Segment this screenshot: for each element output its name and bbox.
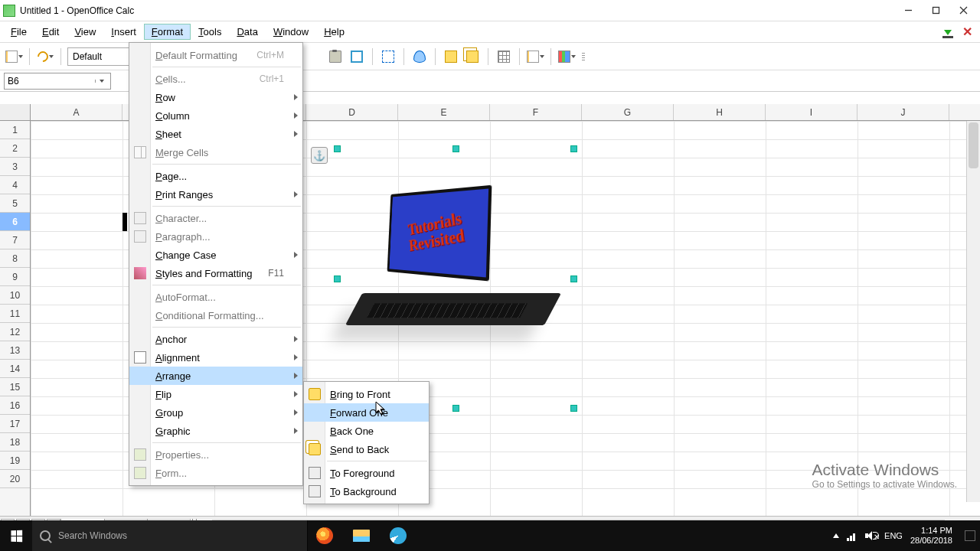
minimize-button[interactable] [894,2,922,20]
menu-item[interactable]: To Foreground [304,464,429,482]
maximize-button[interactable] [922,2,949,20]
menu-data[interactable]: Data [229,24,265,40]
tools-button[interactable] [36,47,54,66]
row-header[interactable]: 19 [0,452,30,470]
keyboard-lang[interactable]: ENG [884,531,903,540]
row-header[interactable]: 3 [0,158,30,176]
col-header[interactable]: H [674,104,766,120]
menu-window[interactable]: Window [266,24,316,40]
grid-button[interactable] [495,47,513,66]
menu-item[interactable]: Anchor [129,330,302,348]
row-header[interactable]: 2 [0,139,30,158]
row-header[interactable]: 8 [0,249,30,268]
select-all-corner[interactable] [0,104,31,120]
menu-item[interactable]: Change Case [129,246,302,264]
menu-item[interactable]: Styles and FormattingF11 [129,264,302,282]
windows-search[interactable]: Search Windows [32,520,308,551]
svg-rect-0 [933,8,939,14]
arrange-submenu[interactable]: Bring to FrontForward OneBack OneSend to… [303,381,430,504]
menu-item: Conditional Formatting... [129,306,302,324]
doc-button[interactable] [526,47,544,66]
bring-front-button[interactable] [442,47,460,66]
menu-item[interactable]: To Background [304,482,429,500]
menu-item[interactable]: Graphic [129,422,302,440]
format-menu-dropdown[interactable]: Default FormattingCtrl+MCells...Ctrl+1Ro… [129,42,303,486]
row-header[interactable]: 17 [0,415,30,433]
row-header[interactable]: 4 [0,176,30,194]
col-header[interactable]: D [306,104,398,120]
paste-button[interactable] [326,47,345,66]
chart-button[interactable] [557,47,576,66]
volume-icon[interactable]: ✕ [865,531,877,540]
menu-item: Merge Cells [129,143,302,161]
row-headers[interactable]: 1234567891011121314151617181920 [0,121,31,516]
menu-view[interactable]: View [67,24,103,40]
row-header[interactable]: 1 [0,121,30,139]
menu-help[interactable]: Help [316,24,352,40]
col-header[interactable]: I [766,104,858,120]
close-button[interactable] [949,2,977,20]
menu-file[interactable]: File [3,24,34,40]
row-header[interactable]: 11 [0,305,30,323]
menu-item: Character... [129,209,302,227]
menu-item[interactable]: Page... [129,167,302,185]
col-header[interactable]: E [398,104,490,120]
menu-tools[interactable]: Tools [191,24,229,40]
anchor-icon[interactable]: ⚓ [311,147,328,164]
menu-item[interactable]: Print Ranges [129,185,302,204]
menu-insert[interactable]: Insert [103,24,144,40]
menu-format[interactable]: Format [144,24,191,40]
row-header[interactable]: 20 [0,470,30,488]
name-box[interactable]: B6 [4,73,111,90]
col-header[interactable]: F [490,104,582,120]
col-header[interactable]: J [858,104,949,120]
row-header[interactable]: 15 [0,378,30,396]
menu-item[interactable]: Column [129,106,302,125]
menu-item[interactable]: Flip [129,385,302,403]
download-icon[interactable] [941,25,955,39]
row-header[interactable]: 18 [0,433,30,452]
select-button[interactable] [379,47,397,66]
row-header[interactable]: 16 [0,396,30,415]
row-header[interactable]: 9 [0,268,30,286]
row-header[interactable]: 12 [0,323,30,341]
taskbar-firefox[interactable] [308,520,341,551]
menu-item[interactable]: Sheet [129,125,302,143]
tray-chevron-icon[interactable] [833,533,839,538]
network-icon[interactable] [847,530,858,541]
row-header[interactable]: 5 [0,194,30,213]
search-icon [40,530,51,541]
row-header[interactable]: 13 [0,341,30,360]
menu-item: Form... [129,464,302,482]
system-tray[interactable]: ✕ ENG 1:14 PM 28/06/2018 [828,526,980,546]
col-header[interactable]: G [582,104,674,120]
close-doc-icon[interactable]: ✕ [962,24,972,39]
send-back-button[interactable] [463,47,482,66]
menu-item[interactable]: Back One [304,422,429,440]
taskbar-openoffice[interactable] [381,520,415,551]
menu-item[interactable]: Arrange [129,367,302,385]
titlebar: Untitled 1 - OpenOffice Calc [0,0,980,21]
menu-item[interactable]: Bring to Front [304,385,429,403]
menu-item[interactable]: Group [129,403,302,422]
menu-item[interactable]: Forward One [304,403,429,422]
menu-item[interactable]: Row [129,88,302,106]
row-header[interactable]: 6 [0,213,30,231]
row-header[interactable]: 7 [0,231,30,249]
menu-edit[interactable]: Edit [34,24,67,40]
start-button[interactable] [0,520,32,551]
notifications-icon[interactable] [965,530,975,541]
col-header[interactable]: A [31,104,122,120]
vertical-scrollbar[interactable] [966,121,980,502]
new-button[interactable] [5,47,23,66]
frame-button[interactable] [348,47,366,66]
menu-item[interactable]: Send to Back [304,440,429,458]
row-header[interactable]: 10 [0,286,30,305]
anchor-button[interactable] [410,47,429,66]
row-header[interactable]: 14 [0,360,30,378]
taskbar-explorer[interactable] [345,520,378,551]
clock[interactable]: 1:14 PM 28/06/2018 [910,526,952,546]
menu-item[interactable]: Alignment [129,348,302,367]
window-title: Untitled 1 - OpenOffice Calc [20,5,894,16]
selected-image-object[interactable]: ⚓ Tutorials Revisited [337,148,574,409]
